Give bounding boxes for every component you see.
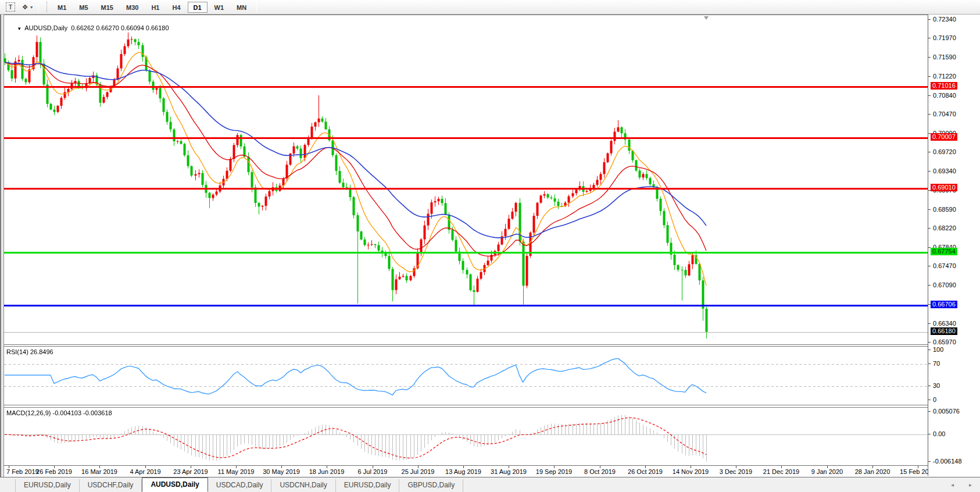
toolbar: T ✥ ▼ M1M5M15M30H1H4D1W1MN (0, 0, 980, 15)
chevron-down-icon: ▼ (30, 5, 34, 9)
rsi-axis-label: 30 (933, 382, 940, 389)
date-axis-label: 26 Feb 2019 (36, 468, 72, 475)
rsi-axis-tick (928, 363, 931, 364)
rsi-axis-label: 100 (933, 346, 943, 353)
tab-gbpusd-daily[interactable]: GBPUSD,Daily (399, 479, 463, 492)
price-axis-tick (928, 152, 931, 152)
chart-tabs-bar: EURUSD,DailyUSDCHF,DailyAUDUSD,DailyUSDC… (0, 477, 980, 492)
timeframe-button-group: M1M5M15M30H1H4D1W1MN (51, 2, 253, 13)
timeframe-button-m30[interactable]: M30 (120, 2, 144, 13)
date-axis-label: 23 Apr 2019 (173, 468, 208, 475)
price-axis-tick (928, 171, 931, 172)
price-axis-tick (928, 57, 931, 58)
timeframe-button-m1[interactable]: M1 (52, 2, 72, 13)
rsi-axis-tick (928, 350, 931, 350)
price-axis-label: 0.72340 (933, 16, 956, 23)
toolbar-grip (47, 2, 47, 12)
rsi-axis-label: 0 (933, 396, 936, 403)
timeframe-button-w1[interactable]: W1 (209, 2, 230, 13)
timeframe-button-d1[interactable]: D1 (188, 2, 208, 13)
price-line-badge: 0.71016 (931, 82, 957, 90)
date-axis-label: 14 Nov 2019 (673, 468, 709, 475)
toolbar-separator (256, 2, 257, 12)
tab-eurusd-daily[interactable]: EURUSD,Daily (336, 479, 400, 492)
macd-axis-label: 0.005076 (933, 408, 960, 415)
price-chart-panel: ▼AUDUSD,Daily 0.66262 0.66270 0.66094 0.… (4, 15, 928, 345)
price-axis-label: 0.70840 (933, 92, 956, 99)
date-axis-label: 8 Oct 2019 (584, 468, 616, 475)
current-price-badge: 0.66180 (931, 327, 957, 335)
tab-audusd-daily[interactable]: AUDUSD,Daily (142, 477, 208, 492)
tab-usdcad-daily[interactable]: USDCAD,Daily (208, 479, 272, 492)
date-axis-label: 18 Jun 2019 (309, 468, 345, 475)
price-axis-tick (928, 285, 931, 286)
chart-ohlc-readout: 0.66262 0.66270 0.66094 0.66180 (71, 24, 169, 31)
tabs-scroll-right-button[interactable]: ▸ (969, 482, 972, 489)
timeframe-button-h1[interactable]: H1 (145, 2, 165, 13)
text-tool-icon: T (6, 2, 16, 12)
price-line-badge: 0.67754 (931, 248, 957, 255)
date-axis-label: 11 May 2019 (218, 468, 255, 475)
date-axis-label: 13 Aug 2019 (445, 468, 481, 475)
date-axis-label: 7 Feb 2019 (6, 468, 39, 475)
price-axis-label: 0.68220 (933, 224, 956, 231)
macd-indicator-canvas[interactable] (4, 408, 928, 465)
tab-eurusd-daily[interactable]: EURUSD,Daily (15, 479, 80, 492)
date-axis-label: 21 Dec 2019 (763, 468, 799, 475)
chart-symbol-label: AUDUSD,Daily (24, 24, 67, 31)
price-axis-tick (928, 342, 931, 343)
macd-indicator-label: MACD(12,26,9) -0.004103 -0.003618 (6, 409, 112, 416)
date-axis: 7 Feb 201926 Feb 201916 Mar 20194 Apr 20… (4, 465, 928, 476)
price-axis-tick (928, 114, 931, 115)
price-axis-label: 0.65970 (933, 338, 956, 345)
timeframe-button-h4[interactable]: H4 (166, 2, 186, 13)
date-axis-label: 28 Jan 2020 (855, 468, 890, 475)
rsi-indicator-canvas[interactable] (4, 347, 928, 405)
macd-axis-tick (928, 461, 931, 462)
rsi-indicator-label: RSI(14) 26.8496 (6, 348, 53, 355)
collapse-caret-icon[interactable]: ▼ (17, 26, 22, 31)
price-axis-label: 0.67090 (933, 281, 956, 288)
price-axis-label: 0.70470 (933, 110, 956, 117)
price-axis-label: 0.71970 (933, 34, 956, 41)
macd-axis-label: 0.00 (933, 430, 945, 437)
price-axis-tick (928, 228, 931, 229)
date-axis-label: 30 May 2019 (263, 468, 300, 475)
price-axis-label: 0.68590 (933, 206, 956, 213)
timeframe-button-mn[interactable]: MN (231, 2, 252, 13)
price-axis-label: 0.66340 (933, 320, 956, 327)
price-axis-label: 0.69340 (933, 167, 956, 174)
price-axis-tick (928, 95, 931, 96)
price-line-badge: 0.69010 (931, 184, 957, 191)
tab-usdcnh-daily[interactable]: USDCNH,Daily (271, 479, 335, 492)
macd-indicator-panel: MACD(12,26,9) -0.004103 -0.003618 (4, 407, 928, 465)
timeframe-button-m15[interactable]: M15 (95, 2, 119, 13)
date-axis-label: 26 Oct 2019 (628, 468, 663, 475)
price-axis-tick (928, 38, 931, 38)
price-axis-tick (928, 266, 931, 266)
date-axis-label: 4 Apr 2019 (130, 468, 160, 475)
rsi-axis-tick (928, 400, 931, 400)
trading-platform-window: T ✥ ▼ M1M5M15M30H1H4D1W1MN ▼AUDUSD,Daily… (0, 0, 980, 492)
tab-usdchf-daily[interactable]: USDCHF,Daily (80, 479, 142, 492)
price-line-badge: 0.66706 (931, 301, 957, 308)
text-tool-button[interactable]: T (3, 1, 17, 13)
timeframe-button-m5[interactable]: M5 (73, 2, 94, 13)
date-axis-label: 3 Dec 2019 (720, 468, 752, 475)
rsi-axis-tick (928, 386, 931, 386)
pointer-tool-button[interactable]: ✥ ▼ (21, 1, 35, 13)
date-axis-label: 6 Jul 2019 (358, 468, 388, 475)
date-axis-label: 16 Mar 2019 (81, 468, 117, 475)
macd-axis-tick (928, 411, 931, 412)
tabs-scroll-left-button[interactable]: ◂ (951, 482, 954, 489)
macd-axis-label: -0.006148 (933, 458, 962, 465)
macd-axis-tick (928, 434, 931, 434)
date-axis-label: 25 Jul 2019 (402, 468, 435, 475)
price-axis-tick (928, 323, 931, 324)
price-line-badge: 0.70007 (931, 133, 957, 141)
price-axis-tick (928, 209, 931, 210)
price-axis-label: 0.71590 (933, 54, 956, 60)
date-axis-label: 9 Jan 2020 (811, 468, 843, 475)
price-chart-canvas[interactable] (4, 15, 928, 344)
price-axis-tick (928, 19, 931, 20)
